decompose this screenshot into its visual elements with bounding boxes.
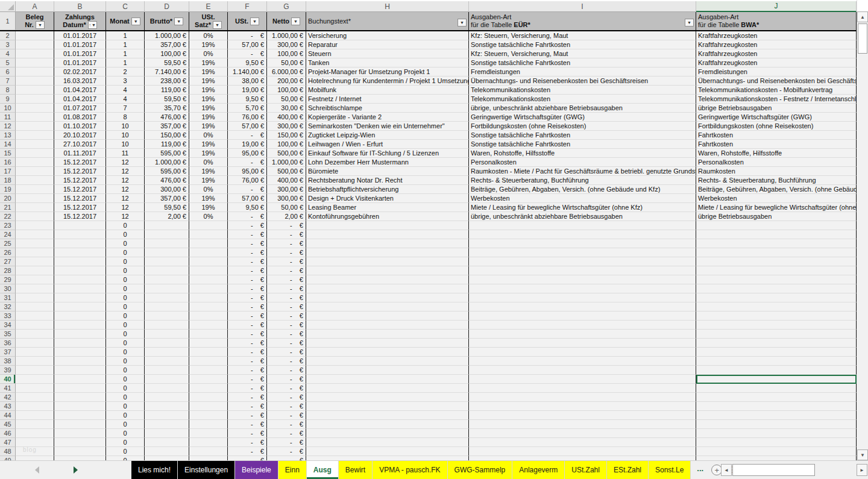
cell-G5[interactable]: 50,00 € [267,58,306,67]
cell-G10[interactable]: 30,00 € [267,104,306,113]
cell-D25[interactable] [145,239,189,248]
column-header-B[interactable]: B [54,1,106,12]
row-header-32[interactable]: 32 [0,302,16,312]
cell-F26[interactable]: - € [228,248,267,257]
cell-H14[interactable]: Leihwagen / Wien - Erfurt [306,140,469,149]
cell-D26[interactable] [145,248,189,257]
cell-C25[interactable]: 0 [106,239,145,248]
cell-J34[interactable] [696,321,857,330]
cell-J45[interactable] [696,420,857,429]
filter-button-D[interactable]: ▼ [174,17,183,25]
row-header-12[interactable]: 12 [0,122,16,131]
sheet-tab-einstellungen[interactable]: Einstellungen [178,461,235,479]
row-header-45[interactable]: 45 [0,420,16,429]
cell-F31[interactable]: - € [228,293,267,302]
cell-B42[interactable] [54,393,106,402]
cell-I3[interactable]: Sonstige tatsächliche Fahrtkosten [469,40,696,49]
cell-G36[interactable]: - € [267,339,306,348]
cell-D12[interactable]: 357,00 € [145,122,189,131]
cell-I5[interactable]: Sonstige tatsächliche Fahrtkosten [469,58,696,67]
cell-E7[interactable]: 19% [189,77,228,86]
cell-C48[interactable]: 0 [106,447,145,456]
cell-I45[interactable] [469,420,696,429]
cell-J10[interactable]: übrige Betriebsausgaben [696,104,857,113]
row-header-48[interactable]: 48 [0,447,16,456]
cell-J19[interactable]: Beiträge, Gebühren, Abgaben, Versich. (o… [696,185,857,194]
cell-B2[interactable]: 01.01.2017 [54,31,106,40]
cell-J47[interactable] [696,438,857,447]
cell-J21[interactable]: Miete / Leasing für bewegliche Wirtschaf… [696,203,857,212]
cell-I9[interactable]: Telekommunikationskosten [469,95,696,104]
cell-D6[interactable]: 7.140,00 € [145,67,189,77]
cell-D44[interactable] [145,411,189,420]
cell-D38[interactable] [145,357,189,366]
tab-nav-left-icon[interactable] [35,466,39,474]
cell-G45[interactable]: - € [267,420,306,429]
filter-button-I[interactable]: ▼ [685,19,694,27]
cell-B49[interactable] [54,456,106,460]
cell-J17[interactable]: Raumkosten [696,167,857,176]
cell-B12[interactable]: 01.10.2017 [54,122,106,131]
cell-F25[interactable]: - € [228,239,267,248]
cell-G18[interactable]: 400,00 € [267,176,306,185]
cell-F19[interactable]: - € [228,185,267,194]
cell-I24[interactable] [469,230,696,239]
row-header-17[interactable]: 17 [0,167,16,176]
cell-A28[interactable] [16,266,54,275]
cell-D14[interactable]: 119,00 € [145,140,189,149]
cell-F21[interactable]: 9,50 € [228,203,267,212]
cell-I28[interactable] [469,266,696,275]
cell-I7[interactable]: Übernachtungs- und Reisenebenkosten bei … [469,77,696,86]
row-header-3[interactable]: 3 [0,40,16,49]
cell-I29[interactable] [469,275,696,284]
cell-H9[interactable]: Festnetz / Internet [306,95,469,104]
cell-B24[interactable] [54,230,106,239]
cell-G43[interactable]: - € [267,402,306,411]
header-cell-G[interactable]: Netto▼ [267,12,306,30]
filter-button-C[interactable]: ▼ [131,17,140,25]
cell-E38[interactable] [189,357,228,366]
row-header-20[interactable]: 20 [0,194,16,203]
cell-H6[interactable]: Projekt-Manager für Umsetzung Projekt 1 [306,67,469,77]
cell-G33[interactable]: - € [267,312,306,321]
cell-A17[interactable] [16,167,54,176]
cell-G6[interactable]: 6.000,00 € [267,67,306,77]
cell-H15[interactable]: Einkauf Software für IT-Schlung / 5 Lize… [306,149,469,158]
sheet-tab-anlageverm[interactable]: Anlageverm [512,461,565,479]
row-header-7[interactable]: 7 [0,77,16,86]
cell-F45[interactable]: - € [228,420,267,429]
cell-B8[interactable]: 01.04.2017 [54,86,106,95]
cell-B41[interactable] [54,384,106,393]
cell-F2[interactable]: - € [228,31,267,40]
row-header-37[interactable]: 37 [0,348,16,357]
row-header-41[interactable]: 41 [0,384,16,393]
cell-J3[interactable]: Kraftfahrzeugkosten [696,40,857,49]
cell-B6[interactable]: 02.02.2017 [54,67,106,77]
cell-D35[interactable] [145,330,189,339]
cell-J37[interactable] [696,348,857,357]
cell-B9[interactable]: 01.04.2017 [54,95,106,104]
cell-C44[interactable]: 0 [106,411,145,420]
cell-H5[interactable]: Tanken [306,58,469,67]
cell-B13[interactable]: 20.10.2017 [54,131,106,140]
cell-A7[interactable] [16,77,54,86]
cell-E17[interactable]: 19% [189,167,228,176]
cell-F8[interactable]: 19,00 € [228,86,267,95]
cell-E49[interactable] [189,456,228,460]
cell-B47[interactable] [54,438,106,447]
cell-D8[interactable]: 119,00 € [145,86,189,95]
cell-E35[interactable] [189,330,228,339]
cell-F32[interactable]: - € [228,302,267,312]
cell-E36[interactable] [189,339,228,348]
row-header-8[interactable]: 8 [0,86,16,95]
cell-F6[interactable]: 1.140,00 € [228,67,267,77]
cell-E31[interactable] [189,293,228,302]
cell-J26[interactable] [696,248,857,257]
cell-D48[interactable] [145,447,189,456]
cell-C20[interactable]: 12 [106,194,145,203]
cell-B18[interactable]: 15.12.2017 [54,176,106,185]
cell-F28[interactable]: - € [228,266,267,275]
cell-D16[interactable]: 1.000,00 € [145,158,189,167]
column-header-G[interactable]: G [267,1,306,12]
cell-C34[interactable]: 0 [106,321,145,330]
